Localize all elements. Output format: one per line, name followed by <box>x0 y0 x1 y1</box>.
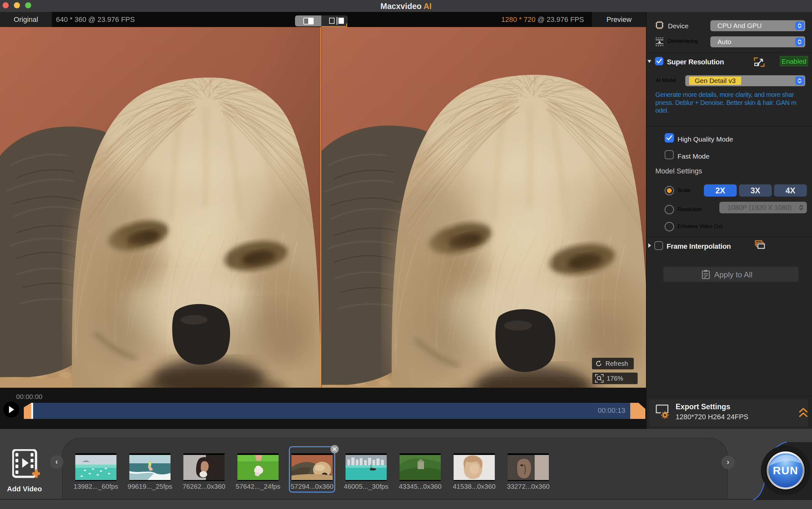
svg-text:RUN: RUN <box>773 464 799 476</box>
